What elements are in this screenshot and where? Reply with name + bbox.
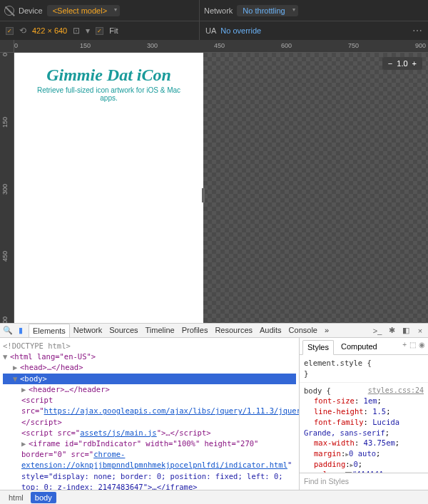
network-label: Network [204,6,233,15]
zoom-out[interactable]: − [388,59,392,68]
zoom-value: 1.0 [397,59,407,68]
tab-network[interactable]: Network [70,324,106,337]
inspect-icon[interactable]: 🔍 [3,326,13,336]
dock-icon[interactable]: ◧ [401,326,411,336]
element-style-block[interactable]: element.style { } [300,355,428,382]
settings-icon[interactable]: ✱ [387,326,397,336]
tab-audits[interactable]: Audits [256,324,285,337]
new-rule-icon[interactable]: + [402,340,407,354]
breadcrumb-html[interactable]: html [4,492,28,503]
tab-console[interactable]: Console [285,324,321,337]
checkbox-1[interactable]: ✓ [6,27,14,35]
fit-label: Fit [109,26,118,35]
device-dropdown[interactable]: <Select model> [47,5,120,16]
tab-timeline[interactable]: Timeline [142,324,178,337]
dimensions: 422 × 640 [32,26,67,35]
styles-tab[interactable]: Styles [302,340,334,355]
drawer-icon[interactable]: >_ [372,326,382,336]
devtools-body: <!DOCTYPE html> ▼<html lang="en-US"> ▶<h… [0,338,428,490]
breadcrumb: html body [0,490,428,504]
tab-profiles[interactable]: Profiles [178,324,212,337]
fit-checkbox[interactable]: ✓ [96,27,103,35]
media-icon[interactable]: ▾ [86,26,90,36]
network-dropdown[interactable]: No throttling [237,5,297,16]
site-title: Gimmie Dat iCon [14,53,203,85]
block-icon[interactable] [4,6,14,16]
ruler-vertical: 0 150 300 450 600 [0,53,14,323]
resize-grip[interactable] [202,188,205,202]
tab-elements[interactable]: Elements [29,324,70,337]
find-in-styles[interactable]: Find in Styles [300,473,428,490]
tab-resources[interactable]: Resources [211,324,256,337]
dpr-icon[interactable]: ⊡ [73,26,80,36]
device-subbar: ✓ ⟲ 422 × 640 ⊡ ▾ ✓ Fit UA No override ⋯ [0,21,428,40]
close-icon[interactable]: × [415,326,425,336]
rotate-icon[interactable]: ⟲ [19,26,26,36]
toggle-state-icon[interactable]: ⬚ [409,340,416,354]
breadcrumb-body[interactable]: body [31,492,56,503]
site-subtitle: Retrieve full-sized icon artwork for iOS… [14,85,203,103]
zoom-control: − 1.0 + [382,57,422,70]
device-mode-icon[interactable]: ▮ [16,326,26,336]
viewport: Gimmie Dat iCon Retrieve full-sized icon… [14,53,428,323]
more-icon[interactable]: ⋯ [412,25,422,36]
tab-more[interactable]: » [321,324,332,337]
devtools-tabbar: 🔍 ▮ Elements Network Sources Timeline Pr… [0,323,428,338]
animation-icon[interactable]: ◉ [419,340,425,354]
dom-tree[interactable]: <!DOCTYPE html> ▼<html lang="en-US"> ▶<h… [0,338,300,490]
device-frame[interactable]: Gimmie Dat iCon Retrieve full-sized icon… [14,53,203,323]
styles-panel: Styles Computed + ⬚ ◉ element.style { } … [300,338,428,490]
device-toolbar: Device <Select model> Network No throttl… [0,0,428,21]
ruler-horizontal: 0 150 300 450 600 750 900 [14,40,428,53]
device-label: Device [19,6,43,15]
ua-label: UA [205,26,216,35]
tab-sources[interactable]: Sources [106,324,141,337]
ruler-corner [0,40,14,53]
ua-value[interactable]: No override [220,26,261,35]
computed-tab[interactable]: Computed [337,340,382,354]
zoom-in[interactable]: + [412,59,417,68]
viewport-overflow [203,53,428,323]
